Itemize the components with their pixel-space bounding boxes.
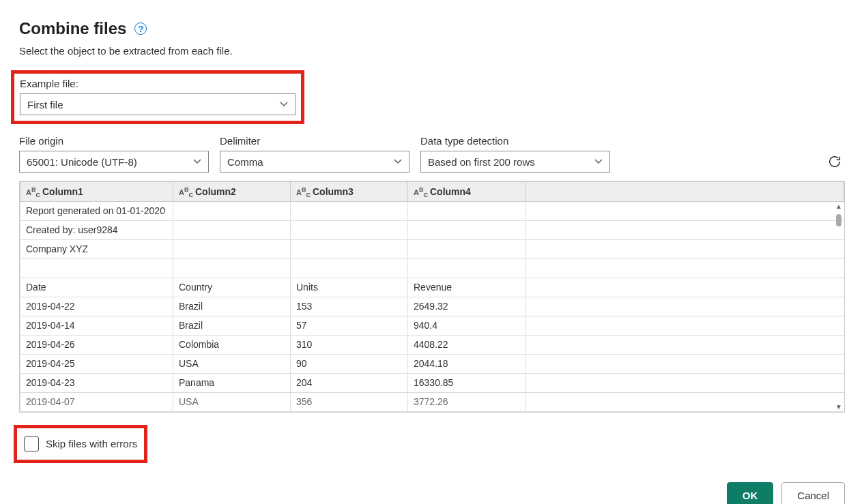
example-file-dropdown[interactable]: First file <box>20 93 296 115</box>
table-cell <box>173 258 291 278</box>
scroll-thumb[interactable] <box>836 214 841 226</box>
text-type-icon: ABC <box>179 186 191 198</box>
table-row[interactable]: Report generated on 01-01-2020 <box>20 201 844 220</box>
example-file-value: First file <box>27 99 63 110</box>
table-cell: Panama <box>173 373 291 392</box>
table-cell <box>291 201 408 220</box>
chevron-down-icon <box>594 158 603 166</box>
table-cell: 4408.22 <box>408 335 525 354</box>
table-cell-spacer <box>525 392 844 411</box>
table-cell <box>173 239 291 258</box>
delimiter-label: Delimiter <box>220 135 409 147</box>
table-cell: Company XYZ <box>20 239 173 258</box>
table-cell: Country <box>173 278 291 297</box>
cancel-button[interactable]: Cancel <box>781 482 845 504</box>
dialog-subtitle: Select the object to be extracted from e… <box>19 45 845 57</box>
column-header[interactable]: ABCColumn2 <box>173 182 291 202</box>
table-cell: 356 <box>291 392 408 411</box>
table-cell: Units <box>291 278 408 297</box>
chevron-down-icon <box>193 158 201 166</box>
table-cell: 2019-04-14 <box>20 316 173 335</box>
column-header[interactable]: ABCColumn4 <box>408 182 525 202</box>
table-cell-spacer <box>525 373 844 392</box>
table-header-row: ABCColumn1 ABCColumn2 ABCColumn3 ABCColu… <box>20 182 844 202</box>
table-row[interactable]: 2019-04-22Brazil1532649.32 <box>20 297 844 316</box>
vertical-scrollbar[interactable]: ▲ ▼ <box>833 201 844 412</box>
datatype-detection-label: Data type detection <box>420 135 610 147</box>
scroll-up-icon[interactable]: ▲ <box>835 203 842 210</box>
column-header[interactable]: ABCColumn1 <box>20 182 173 202</box>
table-cell-spacer <box>525 239 844 258</box>
table-cell: 57 <box>291 316 408 335</box>
text-type-icon: ABC <box>296 186 308 198</box>
table-cell: 204 <box>291 373 408 392</box>
table-row[interactable]: 2019-04-07USA3563772.26 <box>20 392 844 411</box>
table-cell: 2019-04-07 <box>20 392 173 411</box>
column-header[interactable]: ABCColumn3 <box>291 182 408 202</box>
file-origin-value: 65001: Unicode (UTF-8) <box>27 156 137 168</box>
table-cell <box>408 220 525 239</box>
table-cell: 2649.32 <box>408 297 525 316</box>
table-cell: 940.4 <box>408 316 525 335</box>
table-row[interactable]: 2019-04-26Colombia3104408.22 <box>20 335 844 354</box>
table-cell <box>173 220 291 239</box>
chevron-down-icon <box>394 158 402 166</box>
chevron-down-icon <box>280 100 288 108</box>
table-cell: Date <box>20 278 173 297</box>
table-cell: Created by: user9284 <box>20 220 173 239</box>
table-cell-spacer <box>525 297 844 316</box>
refresh-icon[interactable] <box>827 154 842 169</box>
example-file-highlight: Example file: First file <box>11 70 304 124</box>
table-row[interactable]: 2019-04-25USA902044.18 <box>20 354 844 373</box>
table-cell: 90 <box>291 354 408 373</box>
skip-files-checkbox[interactable] <box>24 436 39 451</box>
table-cell: Brazil <box>173 316 291 335</box>
table-row[interactable]: Company XYZ <box>20 239 844 258</box>
datatype-detection-value: Based on first 200 rows <box>428 156 535 168</box>
table-cell <box>20 258 173 278</box>
table-cell: 2019-04-23 <box>20 373 173 392</box>
column-header-spacer <box>525 182 844 202</box>
table-row[interactable]: 2019-04-23Panama20416330.85 <box>20 373 844 392</box>
table-cell: 3772.26 <box>408 392 525 411</box>
table-cell <box>408 258 525 278</box>
table-cell-spacer <box>525 354 844 373</box>
table-row[interactable]: Created by: user9284 <box>20 220 844 239</box>
text-type-icon: ABC <box>26 186 38 198</box>
table-cell <box>291 220 408 239</box>
file-origin-dropdown[interactable]: 65001: Unicode (UTF-8) <box>19 151 209 173</box>
table-cell-spacer <box>525 220 844 239</box>
table-cell: Revenue <box>408 278 525 297</box>
table-cell: 2019-04-22 <box>20 297 173 316</box>
table-cell-spacer <box>525 335 844 354</box>
table-cell-spacer <box>525 201 844 220</box>
table-cell <box>291 258 408 278</box>
delimiter-dropdown[interactable]: Comma <box>220 151 409 173</box>
table-row[interactable]: DateCountryUnitsRevenue <box>20 278 844 297</box>
table-cell: Colombia <box>173 335 291 354</box>
skip-files-highlight: Skip files with errors <box>14 425 147 463</box>
table-cell: 2019-04-25 <box>20 354 173 373</box>
ok-button[interactable]: OK <box>727 482 774 504</box>
skip-files-label: Skip files with errors <box>46 438 137 449</box>
table-cell: 310 <box>291 335 408 354</box>
table-row[interactable]: 2019-04-14Brazil57940.4 <box>20 316 844 335</box>
scroll-down-icon[interactable]: ▼ <box>835 403 842 411</box>
example-file-label: Example file: <box>20 78 296 89</box>
preview-table: ABCColumn1 ABCColumn2 ABCColumn3 ABCColu… <box>19 181 845 413</box>
table-cell-spacer <box>525 258 844 278</box>
table-cell <box>408 201 525 220</box>
table-row[interactable] <box>20 258 844 278</box>
dialog-title: Combine files <box>19 19 126 38</box>
table-cell: 2044.18 <box>408 354 525 373</box>
file-origin-label: File origin <box>19 135 209 147</box>
datatype-detection-dropdown[interactable]: Based on first 200 rows <box>420 151 610 173</box>
table-cell-spacer <box>525 316 844 335</box>
help-icon[interactable]: ? <box>134 23 147 35</box>
table-cell: 153 <box>291 297 408 316</box>
table-cell: 16330.85 <box>408 373 525 392</box>
table-cell-spacer <box>525 278 844 297</box>
table-cell: Report generated on 01-01-2020 <box>20 201 173 220</box>
text-type-icon: ABC <box>414 186 426 198</box>
table-cell: USA <box>173 354 291 373</box>
